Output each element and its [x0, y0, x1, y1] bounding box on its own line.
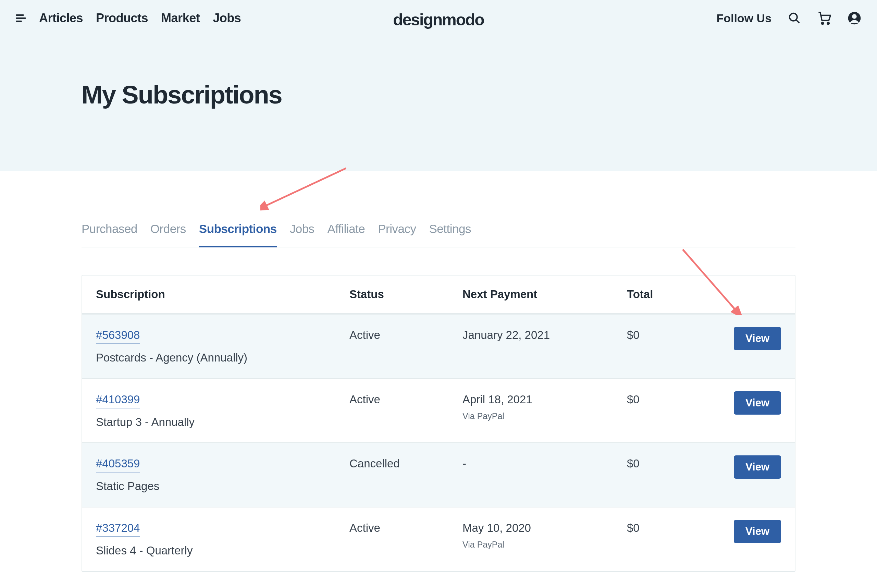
logo-text: designmodo: [393, 10, 484, 29]
nav-market[interactable]: Market: [161, 11, 200, 26]
total-cell: $0: [627, 520, 730, 536]
total-cell: $0: [627, 392, 730, 408]
account-icon[interactable]: [847, 11, 861, 25]
header-band: Articles Products Market Jobs designmodo…: [0, 0, 877, 171]
logo[interactable]: designmodo: [393, 10, 484, 29]
view-button[interactable]: View: [734, 520, 781, 543]
cart-icon[interactable]: [817, 11, 831, 25]
svg-point-3: [790, 14, 797, 21]
col-total: Total: [627, 288, 730, 301]
nav-left: Articles Products Market Jobs: [16, 11, 241, 26]
view-button[interactable]: View: [734, 455, 781, 479]
subscription-name: Postcards - Agency (Annually): [96, 350, 349, 366]
status-cell: Active: [349, 327, 462, 344]
nav-articles[interactable]: Articles: [39, 11, 83, 26]
view-button[interactable]: View: [734, 327, 781, 350]
table-row: #563908 Postcards - Agency (Annually) Ac…: [82, 314, 795, 378]
svg-line-9: [264, 168, 346, 207]
next-payment-date: -: [462, 455, 627, 472]
subscription-name: Static Pages: [96, 478, 349, 495]
status-cell: Cancelled: [349, 455, 462, 472]
table-row: #405359 Static Pages Cancelled - $0 View: [82, 442, 795, 507]
tab-jobs[interactable]: Jobs: [290, 222, 315, 247]
nav-products[interactable]: Products: [96, 11, 148, 26]
next-payment-date: April 18, 2021: [462, 392, 627, 408]
next-payment-date: May 10, 2020: [462, 520, 627, 536]
subscription-name: Startup 3 - Annually: [96, 414, 349, 430]
search-icon[interactable]: [788, 12, 801, 25]
next-payment-cell: May 10, 2020 Via PayPal: [462, 520, 627, 550]
col-nextpayment: Next Payment: [462, 288, 627, 301]
view-button[interactable]: View: [734, 392, 781, 415]
table-row: #410399 Startup 3 - Annually Active Apri…: [82, 378, 795, 443]
tab-purchased[interactable]: Purchased: [81, 222, 137, 247]
payment-via: Via PayPal: [462, 538, 627, 550]
col-subscription: Subscription: [96, 288, 349, 301]
total-cell: $0: [627, 327, 730, 344]
annotation-arrow-icon: [260, 166, 349, 211]
payment-via: Via PayPal: [462, 410, 627, 422]
subscription-id-link[interactable]: #337204: [96, 520, 140, 537]
subscriptions-table: Subscription Status Next Payment Total #…: [81, 275, 796, 572]
next-payment-cell: April 18, 2021 Via PayPal: [462, 392, 627, 422]
follow-us-link[interactable]: Follow Us: [716, 12, 772, 25]
svg-line-4: [796, 20, 800, 23]
subscription-id-link[interactable]: #405359: [96, 455, 140, 472]
content-area: Purchased Orders Subscriptions Jobs Affi…: [0, 222, 877, 572]
tab-subscriptions[interactable]: Subscriptions: [199, 222, 277, 248]
menu-icon[interactable]: [16, 14, 26, 22]
total-cell: $0: [627, 455, 730, 472]
next-payment-cell: January 22, 2021: [462, 327, 627, 344]
table-header-row: Subscription Status Next Payment Total: [82, 276, 795, 314]
subscription-id-link[interactable]: #563908: [96, 327, 140, 344]
tab-settings[interactable]: Settings: [429, 222, 471, 247]
next-payment-date: January 22, 2021: [462, 327, 627, 344]
tab-affiliate[interactable]: Affiliate: [327, 222, 365, 247]
nav-jobs[interactable]: Jobs: [213, 11, 241, 26]
subscription-name: Slides 4 - Quarterly: [96, 542, 349, 559]
svg-point-6: [828, 22, 829, 24]
subscription-id-link[interactable]: #410399: [96, 392, 140, 408]
next-payment-cell: -: [462, 455, 627, 472]
page-title: My Subscriptions: [81, 80, 877, 109]
status-cell: Active: [349, 520, 462, 536]
tab-orders[interactable]: Orders: [150, 222, 186, 247]
status-cell: Active: [349, 392, 462, 408]
table-row: #337204 Slides 4 - Quarterly Active May …: [82, 507, 795, 571]
tab-privacy[interactable]: Privacy: [378, 222, 416, 247]
top-bar: Articles Products Market Jobs designmodo…: [0, 0, 877, 26]
tabs: Purchased Orders Subscriptions Jobs Affi…: [81, 222, 796, 248]
nav-right: Follow Us: [716, 11, 861, 25]
col-status: Status: [349, 288, 462, 301]
svg-point-8: [852, 14, 856, 18]
svg-point-5: [822, 22, 823, 24]
